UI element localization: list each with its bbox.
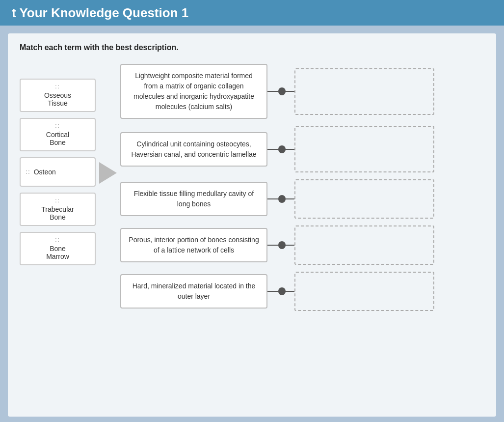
term-label-osseous: OsseousTissue xyxy=(44,91,71,107)
term-label-bonemarrow: BoneMarrow xyxy=(46,245,69,260)
desc-connect-drop-row-2: Cylindrical unit containing osteocytes, … xyxy=(120,126,484,172)
main-container: Match each term with the best descriptio… xyxy=(8,33,496,417)
description-text-4: Porous, interior portion of bones consis… xyxy=(129,236,259,254)
description-text-1: Lightweight composite material formed fr… xyxy=(133,72,254,111)
description-card-4: Porous, interior portion of bones consis… xyxy=(120,228,267,262)
connector-5 xyxy=(267,287,294,295)
connector-dot-3 xyxy=(278,195,286,203)
connector-3 xyxy=(267,195,294,203)
term-label-osteon: Osteon xyxy=(34,168,56,176)
dropzone-wrapper-4 xyxy=(294,225,434,265)
drag-handle-osteon: :: xyxy=(26,169,31,175)
instruction: Match each term with the best descriptio… xyxy=(20,43,484,52)
description-card-1: Lightweight composite material formed fr… xyxy=(120,64,267,119)
drag-handle-cortical: :: xyxy=(55,123,60,129)
drop-zone-4[interactable] xyxy=(294,225,434,265)
header: t Your Knowledge Question 1 xyxy=(0,0,504,26)
connector-1 xyxy=(267,87,294,95)
arrow-container xyxy=(96,162,120,184)
description-text-2: Cylindrical unit containing osteocytes, … xyxy=(131,140,256,158)
drop-zone-3[interactable] xyxy=(294,179,434,219)
connector-dot-4 xyxy=(278,241,286,249)
term-card-bonemarrow[interactable]: :: BoneMarrow xyxy=(20,232,96,265)
connector-line-3b xyxy=(286,198,294,199)
connector-2 xyxy=(267,145,294,153)
term-card-osteon[interactable]: :: Osteon xyxy=(20,157,96,187)
middle-right-section: Lightweight composite material formed fr… xyxy=(120,64,484,311)
connector-line-5 xyxy=(267,291,278,292)
connector-line-4 xyxy=(267,245,278,246)
header-title: t Your Knowledge Question 1 xyxy=(12,5,188,21)
match-layout: :: OsseousTissue :: CorticalBone :: Oste… xyxy=(20,64,484,311)
dropzone-wrapper-5 xyxy=(294,272,434,311)
connector-line-1b xyxy=(286,91,294,92)
dropzone-wrapper-3 xyxy=(294,179,434,219)
description-card-3: Flexible tissue filling medullary cavity… xyxy=(120,182,267,216)
description-card-5: Hard, mineralized material located in th… xyxy=(120,274,267,309)
connector-line-3 xyxy=(267,198,278,199)
term-card-osseous[interactable]: :: OsseousTissue xyxy=(20,79,96,112)
connector-line-2 xyxy=(267,149,278,150)
term-label-cortical: CorticalBone xyxy=(46,131,69,146)
desc-connect-drop-row-4: Porous, interior portion of bones consis… xyxy=(120,225,484,265)
term-label-trabecular: TrabecularBone xyxy=(41,205,74,221)
arrow-right-icon xyxy=(99,162,117,184)
dropzone-wrapper-2 xyxy=(294,126,434,172)
description-card-2: Cylindrical unit containing osteocytes, … xyxy=(120,132,267,167)
term-card-cortical[interactable]: :: CorticalBone xyxy=(20,118,96,151)
drop-zone-1[interactable] xyxy=(294,68,434,115)
connector-dot-2 xyxy=(278,145,286,153)
desc-connect-drop-row-1: Lightweight composite material formed fr… xyxy=(120,64,484,119)
description-text-5: Hard, mineralized material located in th… xyxy=(133,282,256,300)
drag-handle-osseous: :: xyxy=(55,84,60,89)
drop-zone-5[interactable] xyxy=(294,272,434,311)
drag-handle-bonemarrow: :: xyxy=(55,237,60,243)
description-text-3: Flexible tissue filling medullary cavity… xyxy=(134,190,254,208)
connector-line-5b xyxy=(286,291,294,292)
terms-column: :: OsseousTissue :: CorticalBone :: Oste… xyxy=(20,64,96,265)
connector-dot-5 xyxy=(278,287,286,295)
connector-4 xyxy=(267,241,294,249)
connector-line-4b xyxy=(286,245,294,246)
connector-dot-1 xyxy=(278,87,286,95)
term-card-trabecular[interactable]: :: TrabecularBone xyxy=(20,193,96,226)
drop-zone-2[interactable] xyxy=(294,126,434,172)
dropzone-wrapper-1 xyxy=(294,68,434,115)
desc-connect-drop-row-3: Flexible tissue filling medullary cavity… xyxy=(120,179,484,219)
connector-line-1 xyxy=(267,91,278,92)
desc-connect-drop-row-5: Hard, mineralized material located in th… xyxy=(120,272,484,311)
connector-line-2b xyxy=(286,149,294,150)
drag-handle-trabecular: :: xyxy=(55,197,60,203)
